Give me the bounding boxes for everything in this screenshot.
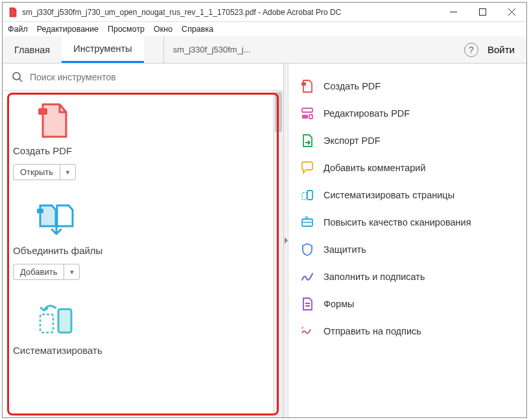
create-pdf-icon (300, 79, 314, 93)
tab-home[interactable]: Главная (3, 36, 62, 63)
window-title: sm_j330f_j530fm_j730_um_open_nougat_rus_… (22, 8, 439, 17)
search-input[interactable] (30, 72, 274, 82)
quick-tools-panel: Создать PDF Редактировать PDF Экспорт PD… (288, 64, 526, 417)
minimize-button[interactable] (439, 3, 468, 21)
svg-rect-14 (309, 115, 312, 119)
open-split-button[interactable]: Открыть ▼ (13, 164, 76, 180)
add-button-label: Добавить (14, 264, 64, 279)
app-icon (8, 7, 18, 18)
menubar: Файл Редактирование Просмотр Окно Справк… (3, 22, 526, 36)
tool-card-combine[interactable]: Объединить файлы Добавить ▼ (13, 200, 273, 280)
svg-rect-13 (302, 115, 308, 119)
menu-file[interactable]: Файл (8, 25, 28, 34)
menu-help[interactable]: Справка (182, 25, 213, 34)
open-button-label: Открыть (14, 165, 60, 180)
tab-doc-label: sm_j330f_j530fm_j... (173, 45, 251, 54)
rp-label: Формы (323, 299, 355, 309)
svg-rect-8 (37, 209, 43, 213)
combine-files-icon (36, 203, 76, 238)
forms-icon (300, 297, 314, 311)
tab-document[interactable]: sm_j330f_j530fm_j... (163, 36, 260, 63)
svg-rect-20 (305, 305, 310, 307)
rp-label: Повысить качество сканирования (323, 217, 471, 228)
rp-label: Экспорт PDF (323, 135, 381, 146)
rp-fill-sign[interactable]: Заполнить и подписать (288, 263, 526, 290)
rp-label: Редактировать PDF (323, 108, 410, 119)
search-icon (12, 71, 23, 83)
rp-organize[interactable]: Систематизировать страницы (288, 181, 526, 209)
enhance-scan-icon (300, 215, 314, 229)
titlebar: sm_j330f_j530fm_j730_um_open_nougat_rus_… (3, 3, 526, 22)
login-button[interactable]: Войти (488, 44, 515, 55)
rp-comment[interactable]: Добавить комментарий (288, 154, 526, 181)
organize-pages-icon (36, 304, 75, 336)
svg-rect-16 (302, 192, 307, 200)
menu-window[interactable]: Окно (154, 25, 172, 34)
svg-rect-10 (40, 314, 53, 332)
export-pdf-icon (300, 134, 314, 148)
maximize-button[interactable] (468, 3, 497, 21)
chevron-down-icon[interactable]: ▼ (64, 266, 79, 278)
svg-rect-19 (305, 303, 310, 304)
create-pdf-icon (36, 102, 70, 139)
svg-text:x: x (301, 325, 304, 329)
tab-tools[interactable]: Инструменты (62, 36, 143, 63)
tool-card-organize[interactable]: Систематизировать (13, 299, 273, 356)
rp-forms[interactable]: Формы (288, 290, 526, 318)
tab-tools-label: Инструменты (73, 43, 132, 54)
menu-view[interactable]: Просмотр (108, 25, 145, 34)
rp-export-pdf[interactable]: Экспорт PDF (288, 127, 526, 154)
rp-label: Систематизировать страницы (323, 190, 454, 200)
search-row (3, 64, 283, 91)
svg-line-6 (19, 79, 22, 82)
rp-label: Добавить комментарий (323, 163, 426, 173)
rp-label: Отправить на подпись (323, 326, 421, 336)
rp-label: Защитить (323, 244, 366, 255)
rp-edit-pdf[interactable]: Редактировать PDF (288, 100, 526, 127)
edit-pdf-icon (300, 106, 314, 121)
svg-point-5 (13, 73, 20, 80)
comment-icon (300, 161, 314, 175)
tool-title: Объединить файлы (13, 245, 273, 256)
svg-rect-12 (302, 108, 312, 112)
svg-rect-9 (58, 309, 71, 332)
rp-send-sign[interactable]: x Отправить на подпись (288, 318, 526, 345)
close-button[interactable] (497, 3, 526, 21)
tool-card-create-pdf[interactable]: Создать PDF Открыть ▼ (13, 100, 273, 180)
shield-icon (300, 242, 314, 257)
rp-label: Создать PDF (323, 81, 381, 91)
svg-rect-2 (480, 9, 486, 16)
tab-home-label: Главная (14, 45, 50, 55)
rp-protect[interactable]: Защитить (288, 236, 526, 263)
svg-rect-11 (301, 82, 306, 86)
menu-edit[interactable]: Редактирование (37, 25, 99, 34)
tool-title: Систематизировать (13, 345, 273, 356)
send-sign-icon: x (300, 324, 314, 338)
rp-create-pdf[interactable]: Создать PDF (288, 73, 526, 100)
tabstrip: Главная Инструменты sm_j330f_j530fm_j...… (3, 36, 526, 64)
sign-icon (300, 270, 314, 284)
tools-pane: Создать PDF Открыть ▼ Объединить файлы (3, 64, 284, 417)
svg-rect-7 (38, 108, 47, 115)
tool-title: Создать PDF (13, 145, 273, 156)
rp-label: Заполнить и подписать (323, 272, 425, 282)
organize-icon (300, 188, 314, 202)
scrollbar-vertical[interactable] (273, 91, 283, 417)
pane-divider[interactable] (284, 64, 288, 417)
help-icon[interactable]: ? (464, 43, 478, 57)
svg-rect-15 (307, 191, 312, 200)
rp-enhance-scan[interactable]: Повысить качество сканирования (288, 209, 526, 236)
add-split-button[interactable]: Добавить ▼ (13, 264, 80, 280)
chevron-down-icon[interactable]: ▼ (60, 167, 75, 178)
scroll-thumb[interactable] (275, 92, 282, 132)
